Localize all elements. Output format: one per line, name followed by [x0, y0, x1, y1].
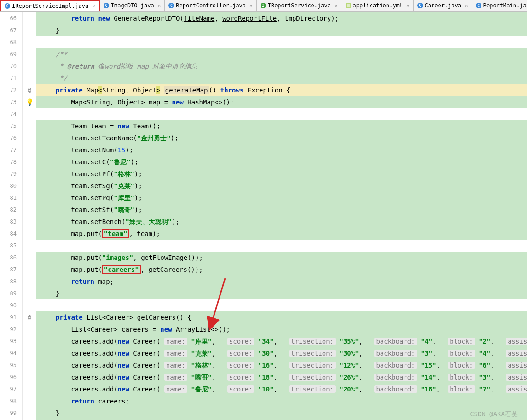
close-icon[interactable]: × — [92, 3, 95, 9]
line-number: 99 — [0, 407, 22, 419]
code-line[interactable]: List<Career> careers = new ArrayList<>()… — [36, 323, 527, 335]
code-line[interactable]: return map; — [36, 276, 527, 288]
line-number: 93 — [0, 335, 22, 347]
code-line[interactable]: private Map<String, Object> generateMap(… — [36, 84, 527, 96]
yaml-icon — [346, 3, 351, 8]
line-number: 94 — [0, 347, 22, 359]
code-line[interactable]: private List<Career> getCareers() { — [36, 311, 527, 323]
line-number: 89 — [0, 288, 22, 299]
tab-label: ImageDTO.java — [111, 2, 154, 9]
code-line[interactable]: */ — [36, 72, 527, 84]
override-icon[interactable]: @ — [28, 314, 31, 321]
tab-label: ReportController.java — [176, 2, 246, 9]
line-number: 82 — [0, 204, 22, 216]
editor-tabs: CIReportServiceImpl.java×CImageDTO.java×… — [0, 0, 527, 12]
line-number: 74 — [0, 108, 22, 120]
close-icon[interactable]: × — [465, 3, 468, 9]
class-icon: C — [104, 3, 109, 8]
line-number: 88 — [0, 276, 22, 288]
line-number: 79 — [0, 168, 22, 180]
tab-reportcontroller-java[interactable]: CReportController.java× — [165, 0, 256, 11]
line-number: 67 — [0, 24, 22, 36]
line-number: 83 — [0, 216, 22, 228]
code-line[interactable]: map.put("team", team); — [36, 228, 527, 240]
close-icon[interactable]: × — [158, 3, 161, 9]
tab-label: ReportMain.java — [483, 2, 527, 9]
code-line[interactable]: careers.add(new Career( name: "克莱", scor… — [36, 347, 527, 359]
tab-label: IReportServiceImpl.java — [12, 3, 88, 9]
close-icon[interactable]: × — [335, 3, 338, 9]
tab-imagedto-java[interactable]: CImageDTO.java× — [100, 0, 165, 11]
code-line[interactable] — [36, 299, 527, 311]
line-number: 97 — [0, 383, 22, 395]
code-line[interactable]: return new GenerateReportDTO(fileName, w… — [36, 12, 527, 24]
code-line[interactable]: careers.add(new Career( name: "格林", scor… — [36, 359, 527, 371]
tab-ireportserviceimpl-java[interactable]: CIReportServiceImpl.java× — [0, 0, 100, 12]
line-number: 87 — [0, 264, 22, 276]
tab-application-yml[interactable]: application.yml× — [342, 0, 414, 11]
line-number: 86 — [0, 252, 22, 264]
tab-reportmain-java[interactable]: CReportMain.java× — [472, 0, 527, 11]
line-number: 95 — [0, 359, 22, 371]
code-line[interactable]: careers.add(new Career( name: "嘴哥", scor… — [36, 371, 527, 383]
code-line[interactable]: team.setPg("库里"); — [36, 192, 527, 204]
override-icon[interactable]: @ — [28, 87, 31, 93]
line-number: 76 — [0, 132, 22, 144]
line-number: 77 — [0, 144, 22, 156]
code-line[interactable]: /** — [36, 48, 527, 60]
code-line[interactable]: team.setBench("妹夫、大聪明"); — [36, 216, 527, 228]
code-line[interactable]: map.put("careers", getCareers()); — [36, 264, 527, 276]
tab-ireportservice-java[interactable]: IIReportService.java× — [257, 0, 342, 11]
line-number: 98 — [0, 395, 22, 407]
tab-label: IReportService.java — [268, 2, 331, 9]
code-line[interactable]: team.setNum(15); — [36, 144, 527, 156]
line-number: 96 — [0, 371, 22, 383]
class-icon: C — [476, 3, 481, 8]
line-number: 73 — [0, 96, 22, 108]
code-line[interactable]: * @return 像word模板 map 对象中填充信息 — [36, 60, 527, 72]
line-number: 80 — [0, 180, 22, 192]
code-line[interactable]: team.setSg("克莱"); — [36, 180, 527, 192]
code-line[interactable]: careers.add(new Career( name: "库里", scor… — [36, 335, 527, 347]
line-number: 81 — [0, 192, 22, 204]
tab-career-java[interactable]: CCareer.java× — [414, 0, 472, 11]
code-line[interactable] — [36, 108, 527, 120]
code-line[interactable]: careers.add(new Career( name: "鲁尼", scor… — [36, 383, 527, 395]
line-number: 68 — [0, 36, 22, 48]
class-icon: C — [417, 3, 423, 8]
code-line[interactable]: Team team = new Team(); — [36, 120, 527, 132]
tab-label: Career.java — [425, 2, 461, 9]
close-icon[interactable]: × — [406, 3, 410, 9]
line-number: 72 — [0, 84, 22, 96]
tab-label: application.yml — [353, 2, 403, 9]
line-number: 75 — [0, 120, 22, 132]
code-line[interactable]: return careers; — [36, 395, 527, 407]
line-number: 90 — [0, 299, 22, 311]
line-number: 66 — [0, 12, 22, 24]
code-line[interactable]: } — [36, 288, 527, 299]
code-line[interactable]: } — [36, 24, 527, 36]
line-number: 70 — [0, 60, 22, 72]
line-number: 78 — [0, 156, 22, 168]
close-icon[interactable]: × — [249, 3, 253, 9]
code-area[interactable]: return new GenerateReportDTO(fileName, w… — [36, 12, 527, 420]
code-line[interactable]: Map<String, Object> map = new HashMap<>(… — [36, 96, 527, 108]
line-number: 84 — [0, 228, 22, 240]
code-line[interactable] — [36, 240, 527, 252]
code-line[interactable]: team.setPf("格林"); — [36, 168, 527, 180]
code-line[interactable]: } — [36, 407, 527, 419]
code-line[interactable]: team.setTeamName("金州勇士"); — [36, 132, 527, 144]
line-number: 92 — [0, 323, 22, 335]
code-line[interactable]: team.setC("鲁尼"); — [36, 156, 527, 168]
interface-icon: I — [261, 3, 266, 8]
bulb-icon[interactable]: 💡 — [26, 98, 34, 106]
class-icon: C — [5, 3, 10, 9]
gutter-icons: @ 💡@ — [23, 12, 36, 420]
line-number: 69 — [0, 48, 22, 60]
code-line[interactable]: team.setSf("嘴哥"); — [36, 204, 527, 216]
line-number: 71 — [0, 72, 22, 84]
code-editor: 6667686970717273747576777879808182838485… — [0, 12, 527, 420]
code-line[interactable]: map.put("images", getFlowImage()); — [36, 252, 527, 264]
code-line[interactable] — [36, 36, 527, 48]
line-number: 91 — [0, 311, 22, 323]
